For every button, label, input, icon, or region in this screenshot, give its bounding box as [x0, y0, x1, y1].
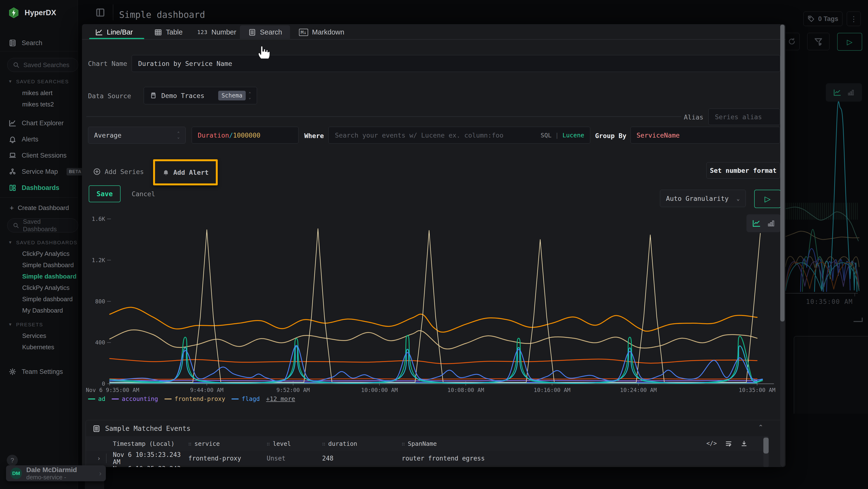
column-header[interactable]: ∷level: [267, 440, 322, 447]
code-view-icon[interactable]: </>: [707, 440, 717, 447]
alias-input[interactable]: [708, 109, 780, 125]
sidebar: HyperDX Search Saved Searches ▼ SAVED SE…: [0, 0, 78, 489]
run-query-button-behind[interactable]: ▷: [837, 33, 862, 51]
chevron-down-icon: ▼: [8, 240, 13, 245]
group-by-value: ServiceName: [637, 132, 680, 139]
sidebar-item-team-settings[interactable]: Team Settings: [0, 365, 86, 378]
legend-item[interactable]: flagd: [231, 395, 260, 402]
tags-button[interactable]: 0 Tags: [803, 11, 842, 26]
drag-handle-icon[interactable]: ∷: [322, 441, 325, 447]
help-button[interactable]: ?: [7, 455, 18, 466]
add-series-button[interactable]: Add Series: [92, 164, 145, 179]
saved-searches-input[interactable]: Saved Searches: [7, 58, 78, 72]
lucene-toggle[interactable]: Lucene: [562, 132, 584, 139]
event-row[interactable]: › Nov 6 10:35:23.243 AM frontend-proxy U…: [86, 465, 765, 467]
brand[interactable]: HyperDX: [8, 7, 56, 18]
presets-header[interactable]: ▼ PRESETS: [0, 320, 86, 329]
aggregation-select[interactable]: Average ⌃⌄: [88, 127, 186, 144]
tab-markdown[interactable]: M↓ Markdown: [299, 26, 344, 39]
tile-resize-handle[interactable]: [854, 318, 863, 322]
chart-name-input[interactable]: [132, 55, 780, 72]
collapse-events-button[interactable]: ⌃: [758, 424, 763, 431]
events-title: Sample Matched Events: [105, 425, 190, 433]
saved-searches-header[interactable]: ▼ SAVED SEARCHES: [0, 77, 86, 86]
expression-input[interactable]: Duration/1000000: [192, 127, 299, 144]
sidebar-item-chart-explorer[interactable]: Chart Explorer: [0, 116, 86, 130]
sidebar-item-dashboards[interactable]: Dashboards: [0, 181, 86, 195]
saved-dashboards-input[interactable]: Saved Dashboards: [7, 219, 78, 232]
sidebar-item-service-map[interactable]: Service Map BETA: [0, 165, 86, 178]
where-placeholder[interactable]: [334, 131, 526, 139]
legend-item[interactable]: accounting: [112, 395, 158, 402]
modal-scrollbar-thumb[interactable]: [780, 25, 784, 321]
set-number-format-button[interactable]: Set number format: [707, 162, 780, 179]
add-series-label: Add Series: [105, 168, 144, 175]
duration-chart[interactable]: 04008001.2K1.6KNov 6 9:35:00 AM9:44:00 A…: [82, 213, 782, 393]
drag-handle-icon[interactable]: ∷: [267, 441, 270, 447]
add-alert-button[interactable]: Add Alert: [161, 169, 210, 176]
drag-handle-icon[interactable]: ∷: [188, 441, 191, 447]
sidebar-item-search[interactable]: Search: [0, 36, 86, 50]
user-org: demo-service -: [26, 474, 95, 481]
legend-more-link[interactable]: +12 more: [266, 395, 295, 402]
modal-scrollbar[interactable]: [780, 25, 784, 466]
event-span-name: router frontend egress: [402, 455, 765, 462]
sidebar-item-client-sessions[interactable]: Client Sessions: [0, 149, 86, 162]
data-source-select[interactable]: Demo Traces Schema ⌃⌄: [144, 87, 257, 104]
tab-table[interactable]: Table: [154, 26, 183, 39]
kebab-menu-button[interactable]: ⋮: [847, 11, 861, 26]
legend-item[interactable]: ad: [88, 395, 105, 402]
data-source-label: Data Source: [88, 92, 131, 100]
save-button[interactable]: Save: [89, 185, 121, 202]
granularity-select[interactable]: Auto Granularity ⌄: [660, 190, 746, 207]
svg-text:1.6K: 1.6K: [92, 216, 105, 222]
legend-label: ad: [98, 395, 105, 402]
alias-placeholder[interactable]: [714, 113, 774, 121]
column-header[interactable]: ∷service: [188, 440, 267, 447]
sidebar-item-alerts[interactable]: Alerts: [0, 133, 86, 146]
group-by-input[interactable]: ServiceName: [630, 127, 780, 144]
saved-search-label: mikes tets2: [22, 100, 54, 108]
number-icon: 123: [197, 29, 208, 35]
filter-button[interactable]: [807, 33, 830, 50]
event-row[interactable]: › Nov 6 10:35:23.243 AM frontend-proxy U…: [86, 451, 765, 465]
column-header[interactable]: ∷duration: [322, 440, 402, 447]
play-icon: ▷: [765, 194, 771, 203]
events-header: Sample Matched Events: [93, 425, 190, 433]
refresh-button[interactable]: [784, 33, 800, 50]
sql-toggle[interactable]: SQL: [540, 132, 551, 139]
collapse-panel-button[interactable]: [95, 7, 108, 18]
chart-name-value[interactable]: [138, 60, 774, 67]
beta-badge: BETA: [66, 168, 84, 175]
legend-item[interactable]: frontend-proxy: [164, 395, 225, 402]
saved-dashboards-header[interactable]: ▼ SAVED DASHBOARDS: [0, 238, 86, 248]
create-dashboard-button[interactable]: + Create Dashboard: [0, 202, 87, 213]
panel-left-icon: [95, 7, 105, 18]
search-icon: [13, 62, 20, 68]
expand-row-icon[interactable]: ›: [97, 455, 101, 462]
tab-search[interactable]: Search: [248, 26, 282, 39]
column-header[interactable]: ∷SpanName </>: [402, 440, 765, 447]
run-chart-button[interactable]: ▷: [754, 190, 781, 208]
where-input[interactable]: SQL | Lucene: [329, 127, 590, 144]
chevron-down-icon: ▼: [8, 322, 13, 327]
cancel-button[interactable]: Cancel: [130, 186, 157, 202]
schema-badge[interactable]: Schema: [218, 91, 246, 100]
user-menu[interactable]: DM Dale McDiarmid demo-service - ›: [6, 465, 106, 481]
column-header[interactable]: Timestamp (Local): [110, 440, 188, 447]
sidebar-item-label: Team Settings: [22, 368, 63, 376]
tab-line-bar[interactable]: Line/Bar: [95, 26, 133, 39]
tabs-divider: [82, 39, 785, 39]
download-icon[interactable]: [740, 440, 748, 447]
events-scrollbar[interactable]: [763, 436, 769, 467]
svg-text:1.2K: 1.2K: [92, 257, 105, 263]
tab-number[interactable]: 123 Number: [197, 26, 236, 39]
events-scrollbar-thumb[interactable]: [763, 438, 769, 454]
legend-swatch: [112, 399, 119, 399]
svg-text:10:00:00 AM: 10:00:00 AM: [361, 387, 398, 393]
drag-handle-icon[interactable]: ∷: [402, 441, 405, 447]
chart-config-modal: Line/Bar Table 123 Number Search M↓ Mark…: [82, 24, 785, 467]
saved-searches-placeholder: Saved Searches: [23, 61, 69, 69]
wrap-text-icon[interactable]: [725, 440, 732, 447]
tab-label: Table: [166, 28, 183, 36]
